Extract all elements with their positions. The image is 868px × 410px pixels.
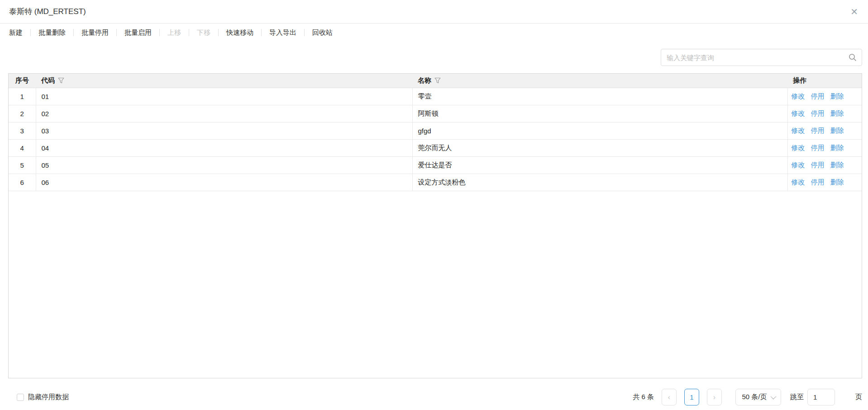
search-input[interactable]: [661, 49, 862, 66]
delete-link[interactable]: 删除: [830, 161, 844, 169]
row-name-cell: 莞尔而无人: [412, 139, 787, 156]
search-box: [661, 49, 862, 66]
edit-link[interactable]: 修改: [792, 178, 805, 186]
toolbar-quick-move-button[interactable]: 快速移动: [219, 28, 261, 37]
next-page-button: ›: [707, 389, 722, 405]
hide-disabled-control: 隐藏停用数据: [17, 393, 69, 401]
table-row: 2 02 阿斯顿 修改 停用 删除: [9, 105, 862, 122]
edit-link[interactable]: 修改: [792, 92, 805, 100]
row-code-cell: 01: [36, 88, 412, 105]
prev-page-button: ‹: [662, 389, 677, 405]
jump-page-input[interactable]: [807, 389, 835, 405]
row-code-cell: 03: [36, 122, 412, 139]
jump-to-page: 跳至 页: [790, 389, 862, 405]
page-1-button[interactable]: 1: [684, 389, 699, 405]
delete-link[interactable]: 删除: [830, 144, 844, 151]
column-header-name-label: 名称: [418, 76, 431, 85]
filter-icon[interactable]: [434, 77, 441, 84]
delete-link[interactable]: 删除: [830, 178, 844, 186]
row-actions-cell: 修改 停用 删除: [787, 156, 862, 174]
table-row: 6 06 设定方式淡粉色 修改 停用 删除: [9, 174, 862, 191]
hide-disabled-label: 隐藏停用数据: [28, 393, 69, 401]
page-size-select[interactable]: 50 条/页: [735, 389, 781, 405]
edit-link[interactable]: 修改: [792, 144, 805, 151]
row-name-cell: gfgd: [412, 122, 787, 139]
toolbar-batch-enable-button[interactable]: 批量启用: [117, 28, 159, 37]
row-actions-cell: 修改 停用 删除: [787, 122, 862, 139]
column-header-name: 名称: [412, 74, 787, 88]
row-code-cell: 02: [36, 105, 412, 122]
hide-disabled-checkbox[interactable]: [17, 394, 24, 401]
row-name-cell: 零壹: [412, 88, 787, 105]
column-header-actions: 操作: [787, 74, 862, 88]
close-icon[interactable]: ✕: [850, 7, 858, 16]
row-actions-cell: 修改 停用 删除: [787, 139, 862, 156]
search-row: [0, 42, 868, 73]
table-row: 1 01 零壹 修改 停用 删除: [9, 88, 862, 105]
row-actions-cell: 修改 停用 删除: [787, 105, 862, 122]
column-header-code-label: 代码: [41, 76, 55, 85]
toolbar: 新建 批量删除 批量停用 批量启用 上移 下移 快速移动 导入导出 回收站: [0, 24, 868, 42]
toolbar-batch-disable-button[interactable]: 批量停用: [74, 28, 116, 37]
row-name-cell: 设定方式淡粉色: [412, 174, 787, 191]
table-row: 4 04 莞尔而无人 修改 停用 删除: [9, 139, 862, 156]
disable-link[interactable]: 停用: [811, 144, 825, 151]
total-count-label: 共 6 条: [633, 393, 654, 401]
toolbar-new-button[interactable]: 新建: [9, 28, 30, 37]
edit-link[interactable]: 修改: [792, 127, 805, 134]
disable-link[interactable]: 停用: [811, 178, 825, 186]
disable-link[interactable]: 停用: [811, 109, 825, 117]
window-header: 泰斯特 (MD_ERTEST) ✕: [0, 0, 868, 24]
disable-link[interactable]: 停用: [811, 127, 825, 134]
row-actions-cell: 修改 停用 删除: [787, 88, 862, 105]
row-index-cell: 1: [9, 88, 36, 105]
row-name-cell: 阿斯顿: [412, 105, 787, 122]
column-header-code: 代码: [36, 74, 412, 88]
row-index-cell: 3: [9, 122, 36, 139]
chevron-down-icon: [770, 394, 776, 400]
row-name-cell: 爱仕达是否: [412, 156, 787, 174]
table-row: 3 03 gfgd 修改 停用 删除: [9, 122, 862, 139]
data-table-container: 序号 代码 名称: [8, 73, 862, 378]
disable-link[interactable]: 停用: [811, 161, 825, 169]
column-header-index: 序号: [9, 74, 36, 88]
table-header-row: 序号 代码 名称: [9, 74, 862, 88]
pagination: 共 6 条 ‹ 1 › 50 条/页 跳至 页: [633, 389, 862, 405]
delete-link[interactable]: 删除: [830, 92, 844, 100]
filter-icon[interactable]: [58, 77, 64, 84]
toolbar-move-down-button: 下移: [189, 28, 218, 37]
row-actions-cell: 修改 停用 删除: [787, 174, 862, 191]
page-size-label: 50 条/页: [742, 393, 767, 401]
row-index-cell: 5: [9, 156, 36, 174]
toolbar-import-export-button[interactable]: 导入导出: [262, 28, 304, 37]
toolbar-recycle-bin-button[interactable]: 回收站: [305, 28, 340, 37]
jump-suffix-label: 页: [855, 393, 862, 401]
row-index-cell: 6: [9, 174, 36, 191]
table-row: 5 05 爱仕达是否 修改 停用 删除: [9, 156, 862, 174]
row-index-cell: 2: [9, 105, 36, 122]
row-code-cell: 05: [36, 156, 412, 174]
row-code-cell: 04: [36, 139, 412, 156]
toolbar-move-up-button: 上移: [160, 28, 189, 37]
row-index-cell: 4: [9, 139, 36, 156]
jump-label: 跳至: [790, 393, 804, 401]
delete-link[interactable]: 删除: [830, 127, 844, 134]
delete-link[interactable]: 删除: [830, 109, 844, 117]
edit-link[interactable]: 修改: [792, 161, 805, 169]
disable-link[interactable]: 停用: [811, 92, 825, 100]
data-table: 序号 代码 名称: [9, 74, 862, 191]
search-icon[interactable]: [849, 53, 857, 61]
edit-link[interactable]: 修改: [792, 109, 805, 117]
row-code-cell: 06: [36, 174, 412, 191]
footer-bar: 隐藏停用数据 共 6 条 ‹ 1 › 50 条/页 跳至 页: [0, 378, 868, 410]
page-title: 泰斯特 (MD_ERTEST): [9, 6, 86, 17]
toolbar-batch-delete-button[interactable]: 批量删除: [31, 28, 73, 37]
